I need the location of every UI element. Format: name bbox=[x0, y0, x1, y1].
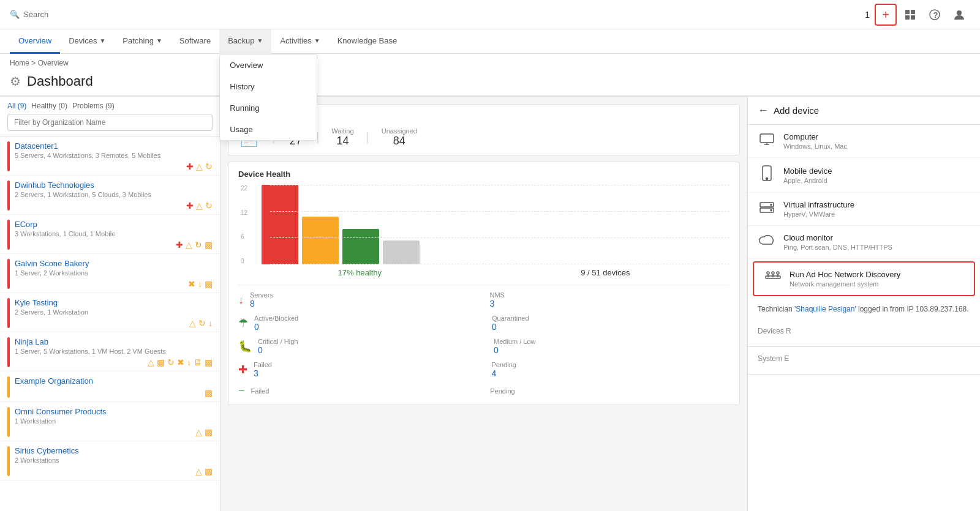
nav-activities[interactable]: Activities ▼ bbox=[271, 29, 328, 54]
filter-problems[interactable]: Problems (9) bbox=[72, 102, 115, 110]
svg-rect-1 bbox=[911, 10, 915, 14]
sep3: | bbox=[366, 130, 369, 144]
filter-row: All (9) Healthy (0) Problems (9) bbox=[7, 102, 213, 110]
org-name[interactable]: Ninja Lab bbox=[15, 337, 213, 346]
mobile-icon bbox=[758, 165, 776, 185]
org-icons: ✖ ↓ ▩ bbox=[15, 279, 213, 289]
org-bar bbox=[7, 407, 10, 437]
technician-link[interactable]: Shaquille Pesigan bbox=[796, 305, 854, 313]
monitor-icon: ▩ bbox=[205, 240, 213, 250]
y-label-0: 0 bbox=[241, 258, 247, 264]
nav-devices[interactable]: Devices ▼ bbox=[60, 29, 114, 54]
dashed-line-bottom bbox=[270, 264, 729, 264]
failed-stat: Failed 3 bbox=[254, 361, 492, 378]
nav-patching[interactable]: Patching ▼ bbox=[114, 29, 171, 54]
device-option-cloud[interactable]: Cloud monitor Ping, Port scan, DNS, HTTP… bbox=[748, 226, 980, 259]
log-text: Technician 'Shaquille Pesigan' logged in… bbox=[748, 299, 980, 319]
filter-healthy[interactable]: Healthy (0) bbox=[31, 102, 67, 110]
servers-stat: Servers 8 bbox=[250, 291, 490, 308]
backup-arrow: ▼ bbox=[257, 37, 263, 44]
svg-rect-7 bbox=[760, 134, 774, 143]
nav-knowledge-base[interactable]: Knowledge Base bbox=[329, 29, 406, 54]
search-bar[interactable]: 🔍 Search bbox=[10, 10, 865, 19]
nav-overview[interactable]: Overview bbox=[10, 29, 60, 54]
back-arrow-icon[interactable]: ← bbox=[758, 104, 769, 117]
org-icons: ▩ bbox=[15, 388, 213, 398]
mobile-option-name: Mobile device bbox=[783, 166, 970, 176]
warning-icon: △ bbox=[196, 162, 203, 171]
backup-overview[interactable]: Overview bbox=[220, 54, 317, 76]
breadcrumb-current: Overview bbox=[38, 59, 69, 67]
device-option-computer[interactable]: Computer Windows, Linux, Mac bbox=[748, 125, 980, 158]
active-value: 0 bbox=[254, 322, 492, 332]
add-icon: ✚ bbox=[186, 201, 194, 211]
org-search-input[interactable] bbox=[7, 114, 213, 131]
computer-icon bbox=[758, 133, 776, 150]
add-button[interactable]: + bbox=[875, 4, 897, 26]
help-icon-button[interactable]: ? bbox=[924, 4, 946, 26]
org-name[interactable]: Example Organization bbox=[15, 376, 213, 386]
backup-history[interactable]: History bbox=[220, 76, 317, 97]
healthy-pct: 17% healthy bbox=[338, 268, 382, 277]
network-option-sub: Network management system bbox=[790, 280, 964, 288]
medium-stat: Medium / Low 0 bbox=[494, 338, 729, 355]
org-icons: △ ↻ ↓ bbox=[15, 318, 213, 328]
chart-wrapper: 22 12 6 0 bbox=[238, 185, 729, 264]
device-option-virtual[interactable]: Virtual infrastructure HyperV, VMWare bbox=[748, 193, 980, 226]
sync-icon: ↻ bbox=[205, 162, 213, 171]
nav-software[interactable]: Software bbox=[171, 29, 219, 54]
cloud-icon bbox=[758, 234, 776, 250]
breadcrumb-home[interactable]: Home bbox=[10, 59, 29, 67]
add-device-header: ← Add device bbox=[748, 97, 980, 125]
svg-point-9 bbox=[766, 178, 768, 180]
device-option-network-highlighted[interactable]: Run Ad Hoc Network Discovery Network man… bbox=[753, 261, 975, 296]
device-option-mobile[interactable]: Mobile device Apple, Android bbox=[748, 158, 980, 193]
down-icon: ↓ bbox=[187, 357, 191, 367]
org-name[interactable]: Galvin Scone Bakery bbox=[15, 259, 213, 268]
nav-backup[interactable]: Backup ▼ bbox=[219, 29, 271, 54]
org-item-example: Example Organization ▩ bbox=[0, 371, 220, 402]
failed2-label: Failed bbox=[251, 387, 491, 395]
org-icons: ✚ △ ↻ ▩ bbox=[15, 240, 213, 250]
org-name[interactable]: Dwinhub Technologies bbox=[15, 181, 213, 190]
devices-r-title: Devices R bbox=[758, 327, 970, 335]
sync-icon: ↻ bbox=[198, 318, 206, 328]
org-bar bbox=[7, 376, 10, 398]
org-details: 2 Workstations bbox=[15, 457, 213, 464]
chart-inner bbox=[255, 185, 729, 264]
virtual-option-sub: HyperV, VMWare bbox=[783, 211, 970, 218]
org-name[interactable]: Omni Consumer Products bbox=[15, 407, 213, 416]
org-name[interactable]: Datacenter1 bbox=[15, 141, 213, 151]
org-icons: △ ▩ bbox=[15, 427, 213, 437]
ticket-unassigned: Unassigned 84 bbox=[382, 127, 417, 147]
org-item-ecorp: ECorp 3 Workstations, 1 Cloud, 1 Mobile … bbox=[0, 215, 220, 254]
backup-running[interactable]: Running bbox=[220, 97, 317, 119]
user-icon-button[interactable] bbox=[948, 4, 970, 26]
down-icon: ↓ bbox=[208, 318, 213, 328]
backup-usage[interactable]: Usage bbox=[220, 119, 317, 140]
org-icons: △ ▩ bbox=[15, 466, 213, 476]
org-name[interactable]: Kyle Testing bbox=[15, 298, 213, 307]
system-e-section: System E bbox=[748, 347, 980, 375]
org-bar bbox=[7, 141, 10, 171]
grid-icon-button[interactable] bbox=[899, 4, 921, 26]
org-name[interactable]: ECorp bbox=[15, 220, 213, 229]
dashed-line-mid2 bbox=[270, 237, 729, 238]
pending-label: Pending bbox=[492, 361, 730, 368]
warning-icon: △ bbox=[195, 427, 202, 437]
failed-value: 3 bbox=[254, 368, 492, 378]
y-label-12: 12 bbox=[241, 209, 247, 216]
network-icon bbox=[764, 271, 782, 287]
org-name[interactable]: Sirius Cybernetics bbox=[15, 446, 213, 455]
device-option-network[interactable]: Run Ad Hoc Network Discovery Network man… bbox=[754, 263, 974, 295]
page-header: ⚙ Dashboard bbox=[0, 70, 980, 96]
minus-circle-icon: − bbox=[238, 384, 245, 397]
org-item-omni: Omni Consumer Products 1 Workstation △ ▩ bbox=[0, 402, 220, 441]
org-details: 5 Servers, 4 Workstations, 3 Remotes, 5 … bbox=[15, 152, 213, 159]
medium-value: 0 bbox=[494, 345, 729, 355]
quarantined-stat: Quarantined 0 bbox=[492, 315, 729, 332]
down-icon: ↓ bbox=[198, 279, 202, 289]
quarantined-value: 0 bbox=[492, 322, 729, 332]
filter-all[interactable]: All (9) bbox=[7, 102, 26, 110]
bug-icon: 🐛 bbox=[238, 340, 252, 353]
